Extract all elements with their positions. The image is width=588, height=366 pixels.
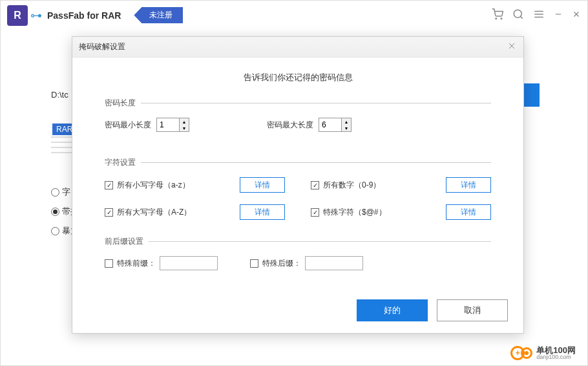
prefix-checkbox[interactable] [105,259,113,268]
min-length-up[interactable]: ▲ [180,118,189,125]
min-length-down[interactable]: ▼ [180,125,189,131]
radio-dictionary[interactable]: 字 [51,186,70,198]
app-title: PassFab for RAR [47,10,121,21]
menu-icon[interactable] [533,8,545,23]
charset-fieldset: 字符设置 ✓ 所有小写字母（a-z） 详情 ✓ 所有数字（0-9） 详情 ✓ 所… [105,157,491,220]
key-icon: ⊶ [30,8,42,23]
prefix-input[interactable] [160,256,218,270]
special-detail-button[interactable]: 详情 [446,204,491,220]
search-icon[interactable] [512,8,524,23]
max-length-input[interactable] [319,118,342,132]
app-logo: R [7,5,28,26]
ok-button[interactable]: 好的 [357,299,428,321]
digits-checkbox[interactable]: ✓ [311,181,319,189]
min-length-input[interactable] [156,118,180,132]
special-checkbox[interactable]: ✓ [311,208,319,217]
svg-point-1 [501,18,502,19]
uppercase-checkbox[interactable]: ✓ [105,208,113,217]
max-length-label: 密码最大长度 [267,120,313,131]
unregistered-badge: 未注册 [134,7,183,23]
suffix-input[interactable] [305,256,363,270]
lowercase-checkbox[interactable]: ✓ [105,181,113,189]
cart-icon[interactable] [492,8,503,23]
dialog-title: 掩码破解设置 [79,41,125,52]
watermark-logo-icon: + [510,346,532,360]
suffix-checkbox[interactable] [250,259,258,268]
watermark-en: danji100.com [536,354,576,360]
lowercase-detail-button[interactable]: 详情 [240,177,285,193]
length-fieldset: 密码长度 密码最小长度 ▲▼ 密码最大长度 ▲▼ [105,98,491,141]
titlebar: R ⊶ PassFab for RAR 未注册 [1,1,587,30]
length-legend: 密码长度 [105,98,141,109]
cancel-button[interactable]: 取消 [437,299,508,321]
special-label: 特殊字符（$@#） [323,207,446,218]
uppercase-detail-button[interactable]: 详情 [240,204,285,220]
dialog-subtitle: 告诉我们你还记得的密码信息 [72,72,523,83]
max-length-down[interactable]: ▼ [342,125,351,131]
svg-point-0 [496,18,497,19]
watermark: + 单机100网 danji100.com [510,346,576,360]
digits-detail-button[interactable]: 详情 [446,177,491,193]
svg-line-3 [520,16,522,18]
svg-point-2 [514,10,521,17]
dialog-close-button[interactable] [507,41,517,54]
suffix-label: 特殊后缀： [262,258,301,269]
prefix-label: 特殊前缀： [117,258,156,269]
close-icon[interactable] [572,10,581,21]
mask-settings-dialog: 掩码破解设置 告诉我们你还记得的密码信息 密码长度 密码最小长度 ▲▼ 密码最大… [72,36,524,334]
file-path-fragment: D:\tc [51,90,68,100]
minimize-icon[interactable] [554,10,563,21]
affix-legend: 前后缀设置 [105,236,149,247]
lowercase-label: 所有小写字母（a-z） [117,180,240,191]
charset-legend: 字符设置 [105,157,141,168]
uppercase-label: 所有大写字母（A-Z） [117,207,240,218]
min-length-label: 密码最小长度 [105,120,151,131]
dialog-header: 掩码破解设置 [72,37,523,58]
max-length-up[interactable]: ▲ [342,118,351,125]
affix-fieldset: 前后缀设置 特殊前缀： 特殊后缀： [105,236,491,270]
digits-label: 所有数字（0-9） [323,180,446,191]
